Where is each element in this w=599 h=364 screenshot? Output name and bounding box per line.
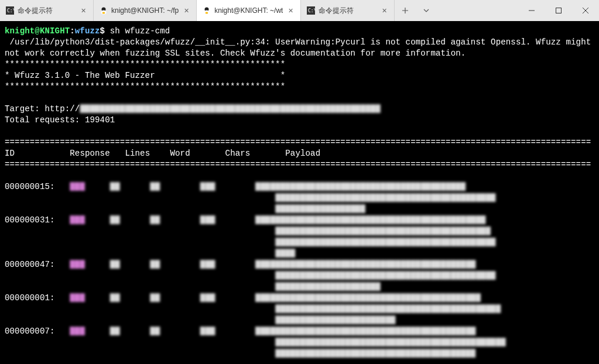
tab-wsl-1[interactable]: knight@KNIGHT: ~/fp ✕: [94, 0, 197, 21]
row-id: 000000047:: [5, 260, 55, 269]
row-payload-cont: ████████████████████████████████████████…: [275, 304, 501, 315]
close-icon[interactable]: ✕: [182, 6, 190, 15]
row-id: 000000001:: [5, 293, 55, 303]
cmd-icon: C:\: [307, 6, 315, 15]
row-payload-cont: ██████████████████: [275, 204, 365, 215]
maximize-button[interactable]: [545, 0, 572, 21]
prompt-dollar: $: [100, 26, 105, 36]
prompt-separator: :: [70, 26, 75, 36]
tab-label: knight@KNIGHT: ~/fp: [111, 6, 179, 15]
row-word: ██: [150, 215, 160, 226]
row-payload-cont: ████████████████████████████████████████…: [275, 193, 496, 204]
chevron-down-icon: [423, 8, 429, 13]
row-word: ██: [150, 181, 160, 193]
svg-text:C:\: C:\: [7, 8, 14, 13]
titlebar: C:\ 命令提示符 ✕ knight@KNIGHT: ~/fp ✕ knight…: [0, 0, 599, 21]
row-response: ███: [70, 215, 85, 226]
stars-line-bottom: ****************************************…: [5, 82, 285, 91]
row-payload-cont: ████████████████████████████████████████…: [275, 237, 496, 248]
svg-rect-10: [556, 8, 562, 13]
row-payload: ████████████████████████████████████████…: [255, 326, 476, 337]
tab-label: knight@KNIGHT: ~/wt: [214, 6, 283, 15]
terminal-output[interactable]: knight@KNIGHT:wfuzz$ sh wfuzz-cmd /usr/l…: [0, 21, 599, 364]
target-blur: ████████████████████████████████████████…: [80, 104, 380, 115]
plus-icon: [402, 7, 409, 14]
row-id: 000000007:: [5, 327, 55, 336]
total-requests: Total requests: 199401: [5, 115, 115, 125]
target-label: Target: http://: [5, 104, 80, 114]
row-response: ███: [70, 326, 85, 337]
col-response: Response: [70, 149, 109, 158]
row-chars: ███: [200, 181, 215, 193]
row-payload-cont: ████████████████████████: [275, 315, 395, 326]
warning-text: /usr/lib/python3/dist-packages/wfuzz/__i…: [5, 37, 594, 59]
row-payload-cont: ████████████████████████████████████████…: [275, 337, 506, 348]
col-id: ID: [5, 149, 15, 158]
new-tab-button[interactable]: [395, 0, 416, 21]
close-icon[interactable]: ✕: [286, 6, 295, 15]
hr-line-bottom: ========================================…: [5, 160, 591, 169]
row-id: 000000031:: [5, 215, 55, 225]
prompt-path: wfuzz: [75, 26, 100, 36]
row-chars: ███: [200, 293, 215, 304]
row-payload-cont: ████████████████████████████████████████…: [275, 270, 496, 281]
row-payload-cont: ████████████████████████████████████████: [275, 348, 475, 359]
cmd-icon: C:\: [6, 6, 14, 15]
row-lines: ██: [110, 215, 120, 226]
row-chars: ███: [200, 215, 215, 226]
tab-label: 命令提示符: [18, 6, 76, 16]
row-payload-cont: ████: [275, 248, 295, 259]
row-response: ███: [70, 181, 85, 193]
window-controls: [518, 0, 599, 21]
minimize-button[interactable]: [518, 0, 545, 21]
row-payload: ████████████████████████████████████████…: [255, 215, 486, 226]
row-lines: ██: [110, 259, 120, 270]
banner-line: * Wfuzz 3.1.0 - The Web Fuzzer *: [5, 71, 285, 80]
svg-point-7: [206, 12, 208, 13]
close-button[interactable]: [572, 0, 599, 21]
prompt-userhost: knight@KNIGHT: [5, 26, 70, 36]
tabs-container: C:\ 命令提示符 ✕ knight@KNIGHT: ~/fp ✕ knight…: [0, 0, 518, 21]
command-text: sh wfuzz-cmd: [110, 26, 170, 36]
row-word: ██: [150, 326, 160, 337]
minimize-icon: [529, 8, 535, 13]
close-icon[interactable]: ✕: [380, 6, 388, 15]
row-lines: ██: [110, 293, 120, 304]
row-payload: ████████████████████████████████████████…: [255, 259, 476, 270]
row-payload: ████████████████████████████████████████…: [255, 181, 465, 193]
row-payload: ████████████████████████████████████████…: [255, 293, 481, 304]
stars-line-top: ****************************************…: [5, 60, 285, 69]
row-word: ██: [150, 259, 160, 270]
tab-dropdown-button[interactable]: [416, 0, 437, 21]
row-payload-cont: █████████████████████: [275, 281, 381, 293]
svg-text:C:\: C:\: [308, 8, 315, 13]
results-rows: 000000015: ███ ██ ██ ███ ███████████████…: [5, 181, 594, 359]
col-chars: Chars: [225, 149, 251, 158]
tab-label: 命令提示符: [319, 6, 376, 16]
row-lines: ██: [110, 181, 120, 193]
col-payload: Payload: [285, 149, 320, 158]
row-chars: ███: [200, 326, 215, 337]
row-payload-cont: ████████████████████████████████████████…: [275, 226, 491, 237]
row-chars: ███: [200, 259, 215, 270]
tab-cmd-1[interactable]: C:\ 命令提示符 ✕: [0, 0, 94, 21]
col-word: Word: [170, 149, 190, 158]
tab-wsl-active[interactable]: knight@KNIGHT: ~/wt ✕: [197, 0, 301, 21]
close-icon[interactable]: ✕: [79, 6, 87, 15]
tab-cmd-2[interactable]: C:\ 命令提示符 ✕: [301, 0, 395, 21]
col-lines: Lines: [125, 149, 150, 158]
tux-icon: [100, 6, 108, 15]
row-id: 000000015:: [5, 182, 55, 191]
tux-icon: [203, 6, 211, 15]
svg-point-4: [102, 12, 105, 13]
close-icon: [583, 8, 588, 13]
row-lines: ██: [110, 326, 120, 337]
row-response: ███: [70, 293, 85, 304]
hr-line-top: ========================================…: [5, 138, 591, 147]
row-word: ██: [150, 293, 160, 304]
row-response: ███: [70, 259, 85, 270]
maximize-icon: [556, 8, 562, 13]
